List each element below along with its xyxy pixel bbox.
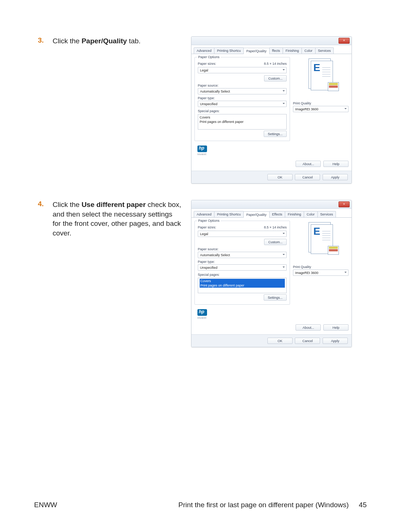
group-title: Paper Options	[197, 55, 221, 59]
paper-source-select[interactable]: Automatically Select	[198, 88, 287, 94]
paper-sizes-label: Paper sizes:	[198, 225, 216, 229]
text-post: tab.	[127, 37, 141, 45]
print-properties-dialog: × Advanced Printing Shortcu Paper/Qualit…	[191, 200, 352, 347]
cancel-button[interactable]: Cancel	[295, 338, 320, 344]
group-title: Paper Options	[197, 219, 221, 222]
page-number: 45	[359, 501, 367, 509]
footer-left: ENWW	[34, 501, 57, 509]
paper-source-select[interactable]: Automatically Select	[198, 252, 287, 258]
panel: Paper Options Paper sizes:8.5 × 14 inche…	[191, 218, 351, 322]
titlebar: ×	[191, 37, 351, 45]
tab-effects[interactable]: ffects	[269, 47, 283, 54]
paper-type-label: Paper type:	[198, 96, 287, 100]
text-bold: Use different paper	[81, 201, 146, 208]
dialog-screenshot-2: × Advanced Printing Shortcu Paper/Qualit…	[191, 200, 367, 347]
list-item-diff-paper[interactable]: Print pages on different paper	[200, 283, 285, 288]
tab-advanced[interactable]: Advanced	[194, 211, 214, 217]
about-button[interactable]: About...	[296, 324, 321, 331]
print-quality-select[interactable]: ImageREt 3600	[293, 106, 349, 112]
paper-sizes-value: 8.5 × 14 inches	[264, 225, 287, 229]
hp-logo-icon	[197, 309, 207, 316]
print-quality-label: Print Quality	[293, 265, 349, 269]
list-item-covers[interactable]: Covers	[200, 279, 285, 283]
hp-logo-icon	[197, 145, 207, 152]
step-number: 3.	[34, 36, 44, 184]
print-quality-label: Print Quality	[293, 101, 349, 105]
settings-button[interactable]: Settings...	[264, 131, 287, 137]
document-page: 3. Click the Paper/Quality tab. × Advanc…	[0, 0, 400, 532]
paper-options-group: Paper Options Paper sizes:8.5 × 14 inche…	[194, 57, 290, 141]
dialog-footer: OK Cancel Apply	[191, 171, 351, 183]
help-button[interactable]: Help	[323, 161, 349, 167]
special-pages-label: Special pages:	[198, 273, 287, 277]
tab-color[interactable]: Color	[301, 47, 316, 54]
custom-button[interactable]: Custom...	[264, 239, 287, 245]
paper-type-select[interactable]: Unspecified	[198, 101, 287, 107]
tab-color[interactable]: Color	[304, 211, 318, 217]
apply-button[interactable]: Apply	[323, 174, 348, 180]
dialog-footer: OK Cancel Apply	[191, 334, 351, 347]
panel: Paper Options Paper sizes:8.5 × 14 inche…	[191, 54, 351, 158]
custom-button[interactable]: Custom...	[264, 75, 287, 81]
footer-right: Print the first or last page on differen…	[178, 501, 367, 509]
hp-invent-text: invent	[197, 153, 290, 155]
help-button[interactable]: Help	[323, 324, 349, 331]
ok-button[interactable]: OK	[267, 338, 293, 344]
text-pre: Click the	[53, 37, 81, 45]
about-button[interactable]: About...	[296, 161, 321, 167]
tab-services[interactable]: Services	[315, 47, 334, 54]
inner-button-bar: About... Help	[191, 322, 351, 334]
tab-strip: Advanced Printing Shortcu Paper/Quality …	[191, 209, 351, 218]
list-item-diff-paper[interactable]: Print pages on different paper	[200, 120, 285, 124]
tab-finishing[interactable]: Finishing	[283, 47, 302, 54]
print-properties-dialog: × Advanced Printing Shortcu Paper/Qualit…	[191, 36, 352, 184]
step-text: Click the Paper/Quality tab.	[53, 36, 182, 184]
paper-size-select[interactable]: Legal	[198, 67, 287, 73]
tab-finishing[interactable]: Finishing	[285, 211, 304, 217]
window-title	[194, 39, 194, 43]
tab-strip: Advanced Printing Shortcu Paper/Quality …	[191, 45, 351, 54]
step-number: 4.	[34, 200, 44, 347]
paper-options-group: Paper Options Paper sizes:8.5 × 14 inche…	[194, 221, 290, 305]
step-3: 3. Click the Paper/Quality tab. × Advanc…	[34, 36, 367, 184]
window-buttons: ×	[339, 201, 350, 207]
page-footer: ENWW Print the first or last page on dif…	[34, 501, 367, 509]
tab-printing-shortcuts[interactable]: Printing Shortcu	[214, 47, 244, 54]
titlebar: ×	[191, 200, 351, 209]
cancel-button[interactable]: Cancel	[295, 174, 320, 180]
inner-button-bar: About... Help	[191, 158, 351, 171]
apply-button[interactable]: Apply	[323, 338, 348, 344]
settings-button[interactable]: Settings...	[264, 294, 287, 301]
tab-services[interactable]: Services	[317, 211, 336, 217]
footer-section-title: Print the first or last page on differen…	[178, 501, 349, 509]
paper-sizes-value: 8.5 × 14 inches	[264, 62, 287, 66]
page-preview-icon: E	[304, 221, 337, 254]
tab-advanced[interactable]: Advanced	[194, 47, 214, 54]
list-item-covers[interactable]: Covers	[200, 115, 285, 120]
ok-button[interactable]: OK	[267, 174, 293, 180]
text-pre: Click the	[53, 201, 81, 208]
print-quality-select[interactable]: ImageREt 3600	[293, 270, 349, 276]
special-pages-list[interactable]: Covers Print pages on different paper	[198, 278, 287, 293]
dialog-screenshot-1: × Advanced Printing Shortcu Paper/Qualit…	[191, 36, 367, 184]
window-title	[194, 203, 194, 206]
page-preview-icon: E	[304, 57, 337, 90]
paper-type-label: Paper type:	[198, 260, 287, 264]
hp-invent-text: invent	[197, 317, 290, 319]
step-4: 4. Click the Use different paper check b…	[34, 200, 367, 347]
tab-printing-shortcuts[interactable]: Printing Shortcu	[214, 211, 244, 217]
paper-size-select[interactable]: Legal	[198, 231, 287, 237]
tab-paper-quality[interactable]: Paper/Quality	[243, 211, 270, 218]
paper-type-select[interactable]: Unspecified	[198, 264, 287, 271]
paper-source-label: Paper source:	[198, 247, 287, 251]
special-pages-list[interactable]: Covers Print pages on different paper	[198, 114, 287, 130]
tab-paper-quality[interactable]: Paper/Quality	[243, 48, 270, 54]
close-icon[interactable]: ×	[339, 38, 350, 44]
window-buttons: ×	[339, 38, 350, 44]
text-bold: Paper/Quality	[81, 37, 127, 45]
special-pages-label: Special pages:	[198, 109, 287, 113]
paper-sizes-label: Paper sizes:	[198, 62, 216, 66]
tab-effects[interactable]: Effects	[269, 211, 285, 217]
paper-source-label: Paper source:	[198, 84, 287, 87]
close-icon[interactable]: ×	[339, 201, 350, 207]
